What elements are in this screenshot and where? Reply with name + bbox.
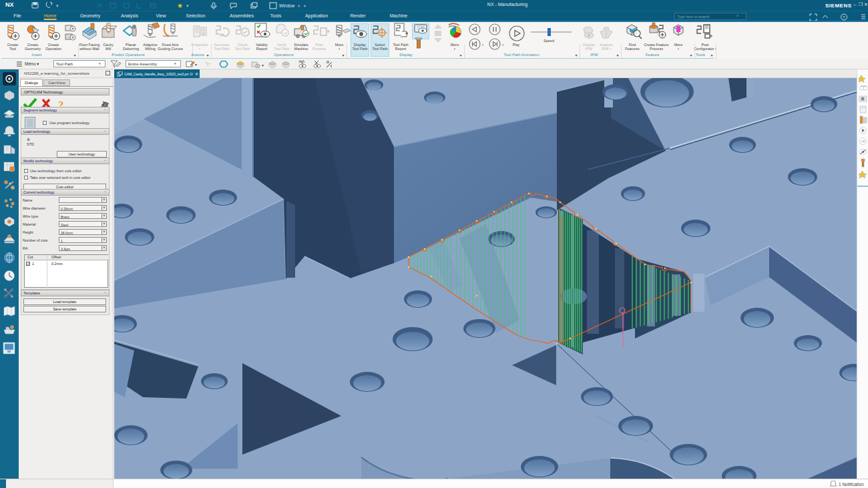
svg-text:?: ? <box>843 15 845 19</box>
svg-text:Window: Window <box>279 3 294 8</box>
svg-text:▾: ▾ <box>262 63 264 67</box>
svg-text:▾: ▾ <box>186 3 189 8</box>
svg-text:★: ★ <box>177 2 183 9</box>
svg-text:▾: ▾ <box>298 4 300 8</box>
svg-text:▾: ▾ <box>304 4 306 8</box>
svg-text:▾: ▾ <box>195 63 197 67</box>
svg-text:▾: ▾ <box>56 3 59 8</box>
svg-text:•: • <box>502 43 503 47</box>
svg-text:•: • <box>482 43 483 47</box>
svg-text:WCS: WCS <box>298 60 305 63</box>
